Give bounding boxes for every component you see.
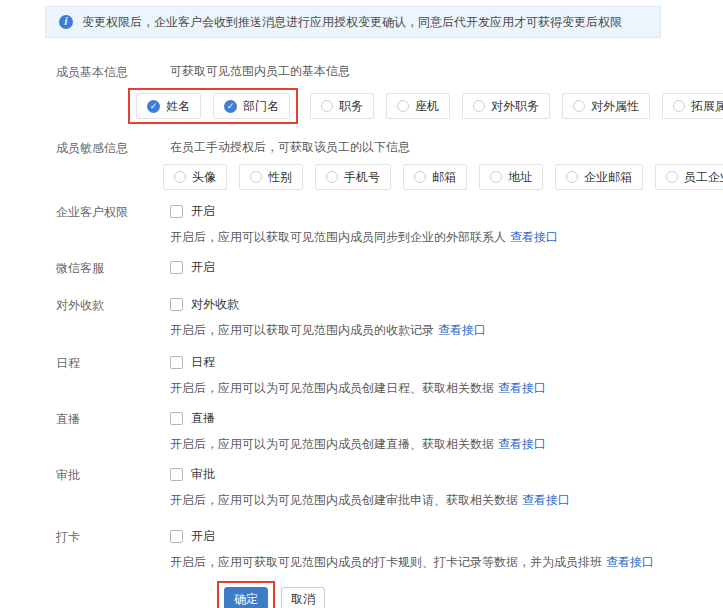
unchecked-circle-icon xyxy=(321,100,333,112)
sensitive-info-chip-group: 头像 性别 手机号 邮箱 xyxy=(163,164,723,190)
checkbox-label: 对外收款 xyxy=(191,296,239,313)
checkbox-icon[interactable] xyxy=(170,468,183,481)
desc-text: 开启后，应用可以为可见范围内成员创建直播、获取相关数据 xyxy=(170,437,494,451)
view-api-link[interactable]: 查看接口 xyxy=(438,323,486,337)
section-member-sensitive-info: 成员敏感信息 在员工手动授权后，可获取该员工的以下信息 头像 性别 手机号 xyxy=(56,138,723,190)
section-corp-customer-permission: 企业客户权限 开启 开启后，应用可以获取可见范围内成员同步到企业的外部联系人查看… xyxy=(56,202,723,246)
chip-label: 性别 xyxy=(268,169,292,186)
chip-job-title[interactable]: 职务 xyxy=(310,93,374,119)
desc-text: 开启后，应用可以为可见范围内成员创建审批申请、获取相关数据 xyxy=(170,493,518,507)
enable-checkbox-row[interactable]: 审批 xyxy=(170,465,723,483)
confirm-button[interactable]: 确定 xyxy=(224,587,268,608)
chip-label: 地址 xyxy=(508,169,532,186)
unchecked-circle-icon xyxy=(414,171,426,183)
basic-info-chip-group: ✓ 姓名 ✓ 部门名 职务 座机 xyxy=(163,88,723,124)
checkbox-icon[interactable] xyxy=(170,261,183,274)
section-desc: 开启后，应用可获取可见范围内成员的打卡规则、打卡记录等数据，并为成员排班查看接口 xyxy=(170,553,723,571)
permission-form: 成员基本信息 可获取可见范围内员工的基本信息 ✓ 姓名 ✓ 部门名 xyxy=(0,62,723,608)
checkbox-icon[interactable] xyxy=(170,205,183,218)
desc-text: 开启后，应用可以获取可见范围内成员的收款记录 xyxy=(170,323,434,337)
checkbox-label: 开启 xyxy=(191,528,215,545)
section-wechat-customer-service: 微信客服 开启 xyxy=(56,258,723,277)
chip-label: 手机号 xyxy=(344,169,380,186)
view-api-link[interactable]: 查看接口 xyxy=(510,230,558,244)
view-api-link[interactable]: 查看接口 xyxy=(498,437,546,451)
unchecked-circle-icon xyxy=(250,171,262,183)
unchecked-circle-icon xyxy=(326,171,338,183)
checkbox-label: 开启 xyxy=(191,203,215,220)
section-label: 成员敏感信息 xyxy=(56,138,170,190)
chip-label: 职务 xyxy=(339,98,363,115)
chip-extended-attr[interactable]: 拓展属性 xyxy=(662,93,723,119)
chip-address[interactable]: 地址 xyxy=(479,164,543,190)
info-banner-text: 变更权限后，企业客户会收到推送消息进行应用授权变更确认，同意后代开发应用才可获得… xyxy=(82,14,622,31)
checkbox-label: 日程 xyxy=(191,354,215,371)
chip-label: 座机 xyxy=(415,98,439,115)
chip-biz-email[interactable]: 企业邮箱 xyxy=(555,164,643,190)
section-desc: 开启后，应用可以为可见范围内成员创建日程、获取相关数据查看接口 xyxy=(170,379,723,397)
chip-department-name[interactable]: ✓ 部门名 xyxy=(213,93,290,119)
checkbox-icon[interactable] xyxy=(170,356,183,369)
enable-checkbox-row[interactable]: 开启 xyxy=(170,258,723,276)
desc-text: 开启后，应用可获取可见范围内成员的打卡规则、打卡记录等数据，并为成员排班 xyxy=(170,555,602,569)
checkbox-label: 开启 xyxy=(191,259,215,276)
enable-checkbox-row[interactable]: 日程 xyxy=(170,353,723,371)
chip-mobile[interactable]: 手机号 xyxy=(315,164,391,190)
chip-external-title[interactable]: 对外职务 xyxy=(462,93,550,119)
annotation-highlight-box: ✓ 姓名 ✓ 部门名 xyxy=(128,88,298,124)
chip-label: 部门名 xyxy=(243,98,279,115)
desc-text: 开启后，应用可以获取可见范围内成员同步到企业的外部联系人 xyxy=(170,230,506,244)
checked-circle-icon: ✓ xyxy=(224,100,237,113)
chip-gender[interactable]: 性别 xyxy=(239,164,303,190)
enable-checkbox-row[interactable]: 开启 xyxy=(170,527,723,545)
checkbox-icon[interactable] xyxy=(170,298,183,311)
chip-label: 对外职务 xyxy=(491,98,539,115)
chip-label: 对外属性 xyxy=(591,98,639,115)
unchecked-circle-icon xyxy=(573,100,585,112)
section-label: 日程 xyxy=(56,353,170,397)
cancel-button[interactable]: 取消 xyxy=(281,587,325,608)
checkbox-icon[interactable] xyxy=(170,412,183,425)
section-label: 企业客户权限 xyxy=(56,202,170,246)
unchecked-circle-icon xyxy=(397,100,409,112)
info-banner: i 变更权限后，企业客户会收到推送消息进行应用授权变更确认，同意后代开发应用才可… xyxy=(45,6,661,38)
section-external-payment: 对外收款 对外收款 开启后，应用可以获取可见范围内成员的收款记录查看接口 xyxy=(56,295,723,339)
chip-name[interactable]: ✓ 姓名 xyxy=(136,93,201,119)
annotation-highlight-box-confirm: 确定 xyxy=(217,581,275,608)
chip-label: 企业邮箱 xyxy=(584,169,632,186)
section-desc: 开启后，应用可以获取可见范围内成员的收款记录查看接口 xyxy=(170,321,723,339)
enable-checkbox-row[interactable]: 对外收款 xyxy=(170,295,723,313)
chip-label: 员工企业微信二维码 xyxy=(684,169,723,186)
info-icon: i xyxy=(59,15,73,29)
section-attendance: 打卡 开启 开启后，应用可获取可见范围内成员的打卡规则、打卡记录等数据，并为成员… xyxy=(56,527,723,571)
enable-checkbox-row[interactable]: 直播 xyxy=(170,409,723,427)
checked-circle-icon: ✓ xyxy=(147,100,160,113)
unchecked-circle-icon xyxy=(473,100,485,112)
section-label: 审批 xyxy=(56,465,170,509)
section-approval: 审批 审批 开启后，应用可以为可见范围内成员创建审批申请、获取相关数据查看接口 xyxy=(56,465,723,509)
chip-landline[interactable]: 座机 xyxy=(386,93,450,119)
unchecked-circle-icon xyxy=(174,171,186,183)
section-desc: 开启后，应用可以为可见范围内成员创建审批申请、获取相关数据查看接口 xyxy=(170,491,723,509)
section-calendar: 日程 日程 开启后，应用可以为可见范围内成员创建日程、获取相关数据查看接口 xyxy=(56,353,723,397)
view-api-link[interactable]: 查看接口 xyxy=(522,493,570,507)
desc-text: 开启后，应用可以为可见范围内成员创建日程、获取相关数据 xyxy=(170,381,494,395)
unchecked-circle-icon xyxy=(673,100,685,112)
view-api-link[interactable]: 查看接口 xyxy=(606,555,654,569)
checkbox-label: 直播 xyxy=(191,410,215,427)
enable-checkbox-row[interactable]: 开启 xyxy=(170,202,723,220)
chip-external-attr[interactable]: 对外属性 xyxy=(562,93,650,119)
chip-label: 邮箱 xyxy=(432,169,456,186)
section-label: 微信客服 xyxy=(56,258,170,277)
chip-wecom-qrcode[interactable]: 员工企业微信二维码 xyxy=(655,164,723,190)
view-api-link[interactable]: 查看接口 xyxy=(498,381,546,395)
chip-email[interactable]: 邮箱 xyxy=(403,164,467,190)
checkbox-icon[interactable] xyxy=(170,530,183,543)
section-desc: 开启后，应用可以获取可见范围内成员同步到企业的外部联系人查看接口 xyxy=(170,228,723,246)
section-label: 对外收款 xyxy=(56,295,170,339)
form-footer: 确定 取消 xyxy=(56,581,723,608)
section-desc: 在员工手动授权后，可获取该员工的以下信息 xyxy=(170,138,723,156)
section-label: 打卡 xyxy=(56,527,170,571)
checkbox-label: 审批 xyxy=(191,466,215,483)
chip-avatar[interactable]: 头像 xyxy=(163,164,227,190)
